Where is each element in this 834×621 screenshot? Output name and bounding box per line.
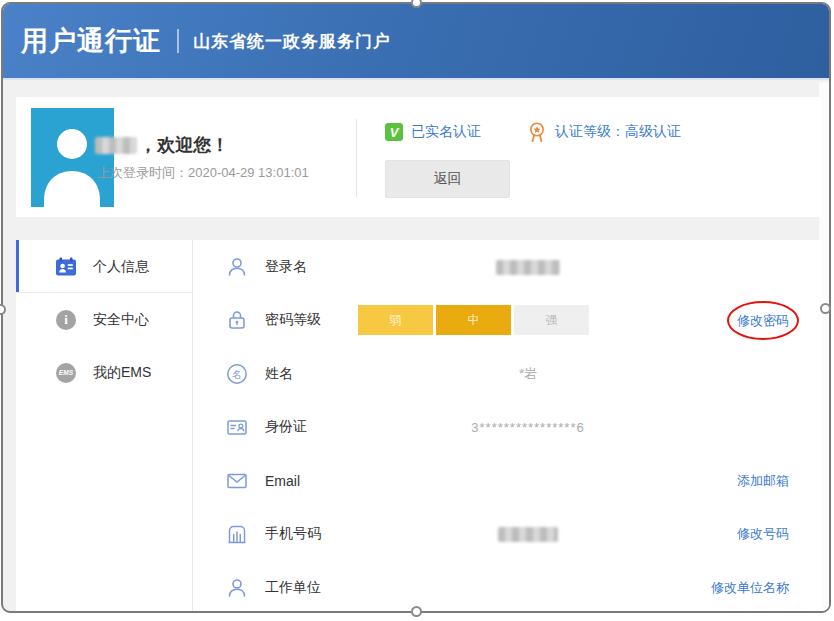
sidebar-item-personal-info[interactable]: 个人信息 bbox=[16, 240, 192, 293]
redacted-username bbox=[95, 137, 137, 154]
change-password-wrap: 修改密码 bbox=[737, 311, 789, 330]
building-bars-icon bbox=[225, 522, 249, 546]
realname-verified-label: 已实名认证 bbox=[411, 123, 481, 141]
row-work-unit: 工作单位 修改单位名称 bbox=[193, 561, 822, 613]
sidebar-item-my-ems[interactable]: EMS 我的EMS bbox=[16, 346, 192, 399]
ems-circle-icon: EMS bbox=[56, 363, 76, 383]
row-mobile-number: 手机号码 修改号码 bbox=[193, 508, 822, 562]
page-frame: 用户通行证 山东省统一政务服务门户 ，欢迎您！ 上次登录时间：2020-04-2… bbox=[1, 2, 831, 613]
row-name: 名 姓名 *岩 bbox=[193, 347, 822, 401]
user-outline-icon bbox=[225, 576, 249, 600]
back-button[interactable]: 返回 bbox=[385, 160, 510, 198]
password-strength-meter: 弱 中 强 bbox=[358, 305, 589, 335]
row-value: 3****************6 bbox=[423, 420, 633, 435]
welcome-line: ，欢迎您！ bbox=[95, 133, 229, 157]
redacted-phone bbox=[498, 527, 558, 542]
auth-level-badge: 认证等级：高级认证 bbox=[527, 121, 681, 143]
auth-level-label: 认证等级：高级认证 bbox=[555, 123, 681, 141]
change-phone-link[interactable]: 修改号码 bbox=[737, 525, 789, 543]
redacted-login-name bbox=[496, 260, 560, 275]
row-label: 身份证 bbox=[265, 418, 307, 436]
lock-icon bbox=[225, 308, 249, 332]
sidebar: 个人信息 i 安全中心 EMS 我的EMS bbox=[16, 240, 193, 613]
portal-subtitle: 山东省统一政务服务门户 bbox=[193, 30, 391, 53]
row-value bbox=[423, 526, 633, 542]
row-email: Email 添加邮箱 bbox=[193, 454, 822, 508]
row-value bbox=[423, 259, 633, 275]
add-email-link[interactable]: 添加邮箱 bbox=[737, 472, 789, 490]
row-label: 工作单位 bbox=[265, 579, 321, 597]
selection-handle-right[interactable] bbox=[820, 303, 831, 314]
id-badge-icon bbox=[56, 257, 76, 277]
sidebar-item-security-center[interactable]: i 安全中心 bbox=[16, 293, 192, 346]
row-label: 登录名 bbox=[265, 258, 307, 276]
selection-handle-bottom[interactable] bbox=[411, 606, 422, 617]
row-password-level: 密码等级 弱 中 强 修改密码 bbox=[193, 294, 822, 348]
user-summary-card: ，欢迎您！ 上次登录时间：2020-04-29 13:01:01 V 已实名认证 bbox=[16, 97, 822, 217]
sidebar-item-label: 个人信息 bbox=[93, 258, 149, 276]
name-circle-icon: 名 bbox=[225, 362, 249, 386]
envelope-icon bbox=[225, 469, 249, 493]
screenshot-stage: 用户通行证 山东省统一政务服务门户 ，欢迎您！ 上次登录时间：2020-04-2… bbox=[0, 0, 834, 621]
profile-rows: 登录名 密码等级 弱 中 强 bbox=[193, 240, 822, 613]
sidebar-item-label: 安全中心 bbox=[93, 311, 149, 329]
verified-check-icon: V bbox=[385, 123, 403, 141]
app-title: 用户通行证 bbox=[21, 23, 161, 59]
title-divider bbox=[177, 29, 179, 53]
person-avatar-icon bbox=[31, 108, 114, 207]
medal-icon bbox=[527, 121, 547, 143]
realname-verified-badge: V 已实名认证 bbox=[385, 123, 481, 141]
strength-bar-medium: 中 bbox=[436, 305, 511, 335]
profile-panel: 个人信息 i 安全中心 EMS 我的EMS 登 bbox=[16, 240, 822, 613]
sidebar-item-label: 我的EMS bbox=[93, 364, 151, 382]
info-circle-icon: i bbox=[56, 310, 76, 330]
strength-bar-weak: 弱 bbox=[358, 305, 433, 335]
user-outline-icon bbox=[225, 255, 249, 279]
auth-block: V 已实名认证 认证等级：高级认证 返回 bbox=[385, 121, 681, 198]
avatar bbox=[31, 108, 114, 207]
page-header: 用户通行证 山东省统一政务服务门户 bbox=[3, 4, 829, 80]
row-label: 密码等级 bbox=[265, 311, 321, 329]
section-divider bbox=[356, 119, 357, 197]
strength-bar-strong: 强 bbox=[514, 305, 589, 335]
row-login-name: 登录名 bbox=[193, 240, 822, 294]
last-login-time: 上次登录时间：2020-04-29 13:01:01 bbox=[97, 164, 309, 182]
row-label: 姓名 bbox=[265, 365, 293, 383]
welcome-text: ，欢迎您！ bbox=[139, 133, 229, 157]
row-id-card: 身份证 3****************6 bbox=[193, 401, 822, 455]
row-value: *岩 bbox=[423, 365, 633, 383]
id-card-icon bbox=[225, 415, 249, 439]
change-password-link[interactable]: 修改密码 bbox=[737, 313, 789, 328]
svg-text:名: 名 bbox=[232, 368, 242, 379]
row-label: 手机号码 bbox=[265, 525, 321, 543]
row-label: Email bbox=[265, 473, 300, 489]
change-work-unit-link[interactable]: 修改单位名称 bbox=[711, 579, 789, 597]
